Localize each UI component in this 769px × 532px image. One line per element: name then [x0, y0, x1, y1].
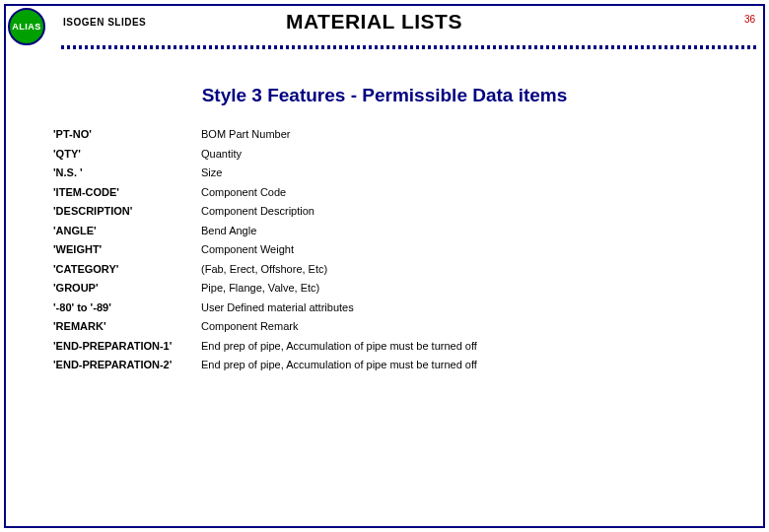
slide-header: ALIAS ISOGEN SLIDES MATERIAL LISTS 36 [0, 0, 769, 41]
item-val: Bend Angle [201, 225, 730, 236]
page-title: MATERIAL LISTS [286, 10, 462, 33]
table-row: 'ANGLE' Bend Angle [53, 225, 730, 236]
item-val: Size [201, 166, 730, 178]
table-row: 'END-PREPARATION-2' End prep of pipe, Ac… [53, 359, 730, 370]
header-label: ISOGEN SLIDES [63, 17, 146, 28]
item-val: (Fab, Erect, Offshore, Etc) [201, 263, 730, 275]
logo-text: ALIAS [12, 22, 41, 32]
table-row: 'END-PREPARATION-1' End prep of pipe, Ac… [53, 340, 730, 352]
item-val: Component Code [201, 186, 730, 198]
item-val: Pipe, Flange, Valve, Etc) [201, 282, 730, 294]
item-val: Component Description [201, 205, 730, 217]
item-key: 'QTY' [53, 148, 201, 160]
item-key: 'GROUP' [53, 282, 201, 294]
alias-logo: ALIAS [8, 8, 45, 45]
table-row: 'CATEGORY' (Fab, Erect, Offshore, Etc) [53, 263, 730, 275]
item-val: End prep of pipe, Accumulation of pipe m… [201, 340, 730, 352]
subtitle: Style 3 Features - Permissible Data item… [0, 85, 769, 106]
table-row: '-80' to '-89' User Defined material att… [53, 301, 730, 313]
table-row: 'QTY' Quantity [53, 148, 730, 160]
item-val: End prep of pipe, Accumulation of pipe m… [201, 359, 730, 370]
item-key: 'REMARK' [53, 320, 201, 332]
item-val: Component Remark [201, 320, 730, 332]
table-row: 'DESCRIPTION' Component Description [53, 205, 730, 217]
item-val: Quantity [201, 148, 730, 160]
item-key: 'CATEGORY' [53, 263, 201, 275]
divider [61, 45, 759, 49]
item-val: BOM Part Number [201, 128, 730, 140]
item-key: 'END-PREPARATION-2' [53, 359, 201, 370]
item-key: 'WEIGHT' [53, 243, 201, 255]
table-row: 'REMARK' Component Remark [53, 320, 730, 332]
page-number: 36 [744, 14, 755, 25]
item-key: '-80' to '-89' [53, 301, 201, 313]
data-items-table: 'PT-NO' BOM Part Number 'QTY' Quantity '… [53, 128, 730, 378]
table-row: 'WEIGHT' Component Weight [53, 243, 730, 255]
table-row: 'ITEM-CODE' Component Code [53, 186, 730, 198]
item-key: 'PT-NO' [53, 128, 201, 140]
item-key: 'ITEM-CODE' [53, 186, 201, 198]
item-key: 'END-PREPARATION-1' [53, 340, 201, 352]
table-row: 'N.S. ' Size [53, 166, 730, 178]
item-key: 'ANGLE' [53, 225, 201, 236]
item-key: 'DESCRIPTION' [53, 205, 201, 217]
table-row: 'PT-NO' BOM Part Number [53, 128, 730, 140]
table-row: 'GROUP' Pipe, Flange, Valve, Etc) [53, 282, 730, 294]
item-val: Component Weight [201, 243, 730, 255]
item-key: 'N.S. ' [53, 166, 201, 178]
item-val: User Defined material attributes [201, 301, 730, 313]
